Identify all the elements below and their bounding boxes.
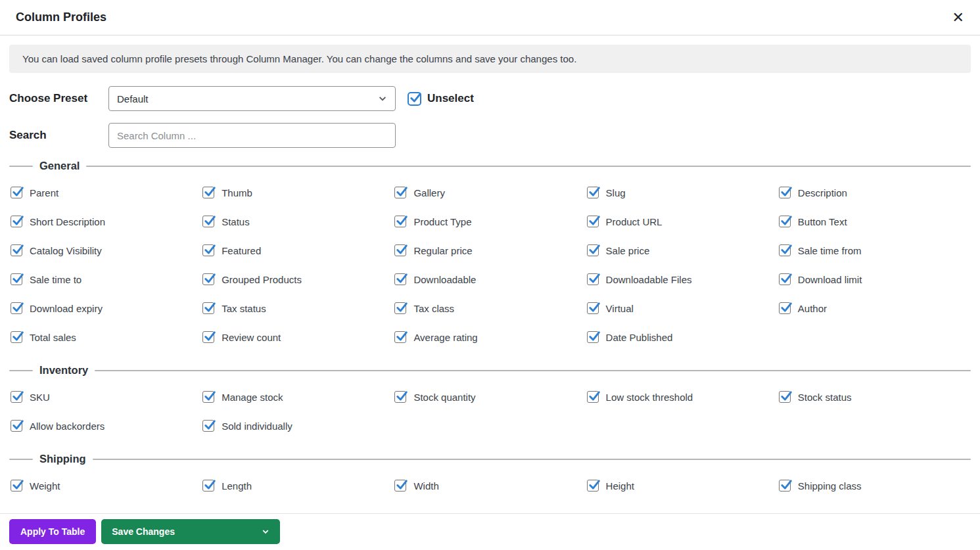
column-checkbox-regular-price[interactable]: Regular price <box>394 244 586 256</box>
column-checkbox-sale-price[interactable]: Sale price <box>587 244 779 256</box>
unselect-checkbox[interactable] <box>408 92 421 106</box>
check-icon <box>780 390 792 402</box>
checkbox[interactable] <box>11 187 22 198</box>
column-checkbox-total-sales[interactable]: Total sales <box>11 331 202 343</box>
checkbox[interactable] <box>11 420 22 432</box>
checkbox[interactable] <box>587 244 599 256</box>
column-checkbox-tax-status[interactable]: Tax status <box>202 302 394 314</box>
checkbox-label: Short Description <box>30 216 105 227</box>
column-checkbox-product-url[interactable]: Product URL <box>587 216 779 227</box>
checkbox[interactable] <box>587 187 599 198</box>
check-icon <box>396 331 408 342</box>
column-checkbox-download-limit[interactable]: Download limit <box>779 273 971 285</box>
column-checkbox-low-stock-threshold[interactable]: Low stock threshold <box>587 391 779 403</box>
checkbox[interactable] <box>587 302 599 314</box>
column-checkbox-length[interactable]: Length <box>202 480 394 492</box>
checkbox[interactable] <box>394 331 406 343</box>
column-checkbox-product-type[interactable]: Product Type <box>394 216 586 227</box>
checkbox[interactable] <box>11 216 22 227</box>
column-checkbox-sold-individually[interactable]: Sold individually <box>202 420 394 432</box>
column-checkbox-stock-status[interactable]: Stock status <box>779 391 971 403</box>
checkbox[interactable] <box>394 244 406 256</box>
column-checkbox-downloadable[interactable]: Downloadable <box>394 273 586 285</box>
search-input[interactable] <box>108 123 396 148</box>
checkbox[interactable] <box>587 480 599 492</box>
column-checkbox-gallery[interactable]: Gallery <box>394 187 586 198</box>
column-checkbox-description[interactable]: Description <box>779 187 971 198</box>
checkbox[interactable] <box>202 480 214 492</box>
checkbox[interactable] <box>394 480 406 492</box>
checkbox[interactable] <box>779 216 791 227</box>
checkbox[interactable] <box>202 331 214 343</box>
checkbox[interactable] <box>202 273 214 285</box>
column-checkbox-thumb[interactable]: Thumb <box>202 187 394 198</box>
column-checkbox-button-text[interactable]: Button Text <box>779 216 971 227</box>
column-checkbox-catalog-visibility[interactable]: Catalog Visibility <box>11 244 202 256</box>
checkbox[interactable] <box>11 480 22 492</box>
checkbox[interactable] <box>202 187 214 198</box>
check-icon <box>396 390 408 402</box>
column-checkbox-tax-class[interactable]: Tax class <box>394 302 586 314</box>
column-checkbox-sale-time-to[interactable]: Sale time to <box>11 273 202 285</box>
preset-label: Choose Preset <box>9 92 108 105</box>
column-checkbox-grouped-products[interactable]: Grouped Products <box>202 273 394 285</box>
checkbox[interactable] <box>587 391 599 403</box>
column-checkbox-parent[interactable]: Parent <box>11 187 202 198</box>
checkbox[interactable] <box>11 302 22 314</box>
checkbox[interactable] <box>587 273 599 285</box>
checkbox[interactable] <box>394 187 406 198</box>
checkbox[interactable] <box>779 187 791 198</box>
checkbox[interactable] <box>11 244 22 256</box>
column-checkbox-status[interactable]: Status <box>202 216 394 227</box>
column-checkbox-height[interactable]: Height <box>587 480 779 492</box>
checkbox[interactable] <box>202 302 214 314</box>
check-icon <box>396 244 408 256</box>
column-checkbox-weight[interactable]: Weight <box>11 480 202 492</box>
column-checkbox-review-count[interactable]: Review count <box>202 331 394 343</box>
column-checkbox-featured[interactable]: Featured <box>202 244 394 256</box>
column-checkbox-date-published[interactable]: Date Published <box>587 331 779 343</box>
checkbox[interactable] <box>779 302 791 314</box>
column-checkbox-sale-time-from[interactable]: Sale time from <box>779 244 971 256</box>
checkbox[interactable] <box>202 244 214 256</box>
column-checkbox-average-rating[interactable]: Average rating <box>394 331 586 343</box>
column-checkbox-downloadable-files[interactable]: Downloadable Files <box>587 273 779 285</box>
checkbox[interactable] <box>779 480 791 492</box>
column-checkbox-manage-stock[interactable]: Manage stock <box>202 391 394 403</box>
checkbox[interactable] <box>11 391 22 403</box>
column-checkbox-sku[interactable]: SKU <box>11 391 202 403</box>
checkbox-label: Low stock threshold <box>606 392 693 403</box>
checkbox[interactable] <box>779 391 791 403</box>
checkbox[interactable] <box>11 273 22 285</box>
save-changes-button[interactable]: Save Changes <box>101 519 280 544</box>
section-header: Inventory <box>9 364 971 377</box>
column-checkbox-virtual[interactable]: Virtual <box>587 302 779 314</box>
column-checkbox-width[interactable]: Width <box>394 480 586 492</box>
checkbox[interactable] <box>11 331 22 343</box>
column-checkbox-author[interactable]: Author <box>779 302 971 314</box>
checkbox[interactable] <box>202 216 214 227</box>
close-icon[interactable]: ✕ <box>950 8 967 28</box>
column-checkbox-slug[interactable]: Slug <box>587 187 779 198</box>
column-checkbox-allow-backorders[interactable]: Allow backorders <box>11 420 202 432</box>
checkbox-label: Download limit <box>798 274 862 285</box>
check-icon <box>204 215 216 227</box>
checkbox[interactable] <box>779 244 791 256</box>
column-checkbox-short-description[interactable]: Short Description <box>11 216 202 227</box>
checkbox[interactable] <box>394 216 406 227</box>
checkbox[interactable] <box>202 420 214 432</box>
checkbox[interactable] <box>587 331 599 343</box>
checkbox[interactable] <box>587 216 599 227</box>
column-checkbox-download-expiry[interactable]: Download expiry <box>11 302 202 314</box>
checkbox[interactable] <box>202 391 214 403</box>
checkbox-label: Sale time from <box>798 245 862 256</box>
checkbox[interactable] <box>394 302 406 314</box>
checkbox[interactable] <box>779 273 791 285</box>
column-checkbox-shipping-class[interactable]: Shipping class <box>779 480 971 492</box>
preset-select[interactable]: Default <box>108 86 396 111</box>
column-checkbox-stock-quantity[interactable]: Stock quantity <box>394 391 586 403</box>
apply-to-table-button[interactable]: Apply To Table <box>9 519 96 544</box>
unselect-checkbox-wrap[interactable]: Unselect <box>408 92 474 106</box>
checkbox[interactable] <box>394 273 406 285</box>
checkbox[interactable] <box>394 391 406 403</box>
